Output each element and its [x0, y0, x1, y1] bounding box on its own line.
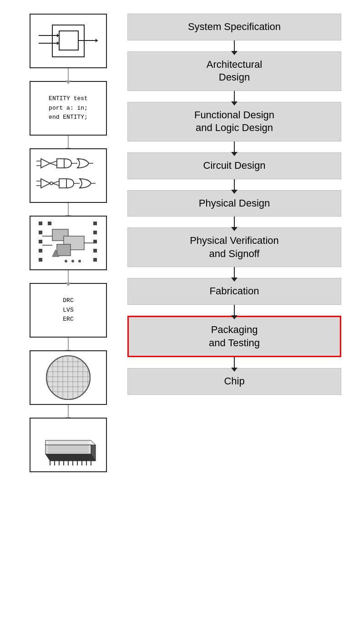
- illustration-layout: [30, 216, 107, 270]
- svg-point-43: [65, 260, 67, 263]
- drc-text: DRCLVSERC: [63, 296, 73, 324]
- stage-label: Physical Design: [199, 197, 270, 209]
- right-arrow-6: [234, 267, 235, 278]
- illustration-chip-package: [30, 418, 107, 472]
- svg-rect-38: [57, 244, 71, 256]
- illustration-logic-gates: [30, 148, 107, 203]
- svg-marker-7: [96, 39, 98, 42]
- main-container: ENTITY testport a: in;end ENTITY;: [23, 14, 341, 472]
- stage-fabrication: Fabrication: [127, 278, 341, 305]
- right-arrow-1: [234, 40, 235, 51]
- svg-line-13: [50, 163, 57, 166]
- stage-label: Physical Verificationand Signoff: [190, 235, 279, 259]
- arrow-4: [68, 270, 69, 283]
- svg-line-21: [53, 183, 59, 186]
- arrow-2: [68, 136, 69, 148]
- svg-rect-1: [59, 31, 78, 50]
- stage-circuit-design: Circuit Design: [127, 152, 341, 179]
- right-arrow-4: [234, 179, 235, 190]
- svg-rect-27: [39, 231, 42, 234]
- stage-chip: Chip: [127, 368, 341, 395]
- svg-rect-25: [39, 222, 42, 225]
- right-arrow-5: [234, 217, 235, 227]
- svg-line-20: [53, 181, 59, 183]
- arrow-6: [68, 405, 69, 418]
- right-arrow-7: [234, 305, 235, 316]
- svg-rect-33: [93, 240, 97, 243]
- svg-marker-8: [41, 159, 50, 168]
- stage-label: ArchitecturalDesign: [207, 59, 262, 83]
- right-arrow-8: [234, 357, 235, 368]
- right-column: System Specification ArchitecturalDesign…: [127, 14, 341, 395]
- illustration-entity-code: ENTITY testport a: in;end ENTITY;: [30, 81, 107, 136]
- stage-label: Functional Designand Logic Design: [194, 109, 274, 134]
- stage-system-specification: System Specification: [127, 14, 341, 40]
- right-arrow-3: [234, 141, 235, 152]
- svg-point-45: [78, 260, 81, 263]
- stage-label: System Specification: [188, 21, 281, 32]
- arrow-3: [68, 203, 69, 216]
- svg-marker-15: [41, 179, 50, 188]
- illustration-block-diagram: [30, 14, 107, 68]
- left-column: ENTITY testport a: in;end ENTITY;: [23, 14, 114, 472]
- stage-label: Chip: [224, 375, 244, 387]
- stage-physical-verification: Physical Verificationand Signoff: [127, 227, 341, 267]
- stage-label: Packagingand Testing: [209, 324, 260, 348]
- svg-marker-65: [46, 454, 96, 461]
- right-arrow-2: [234, 91, 235, 102]
- svg-rect-28: [39, 240, 42, 243]
- svg-rect-9: [57, 159, 64, 168]
- arrow-1: [68, 68, 69, 81]
- svg-rect-30: [39, 258, 42, 262]
- svg-rect-35: [93, 258, 97, 262]
- stage-physical-design: Physical Design: [127, 190, 341, 217]
- stage-packaging-testing: Packagingand Testing: [127, 316, 341, 357]
- illustration-drc-lvs-erc: DRCLVSERC: [30, 283, 107, 338]
- svg-rect-31: [93, 222, 97, 225]
- svg-marker-67: [46, 440, 96, 445]
- stage-architectural-design: ArchitecturalDesign: [127, 51, 341, 91]
- entity-code-text: ENTITY testport a: in;end ENTITY;: [49, 94, 88, 122]
- stage-label: Fabrication: [210, 285, 259, 297]
- svg-point-44: [71, 260, 74, 263]
- svg-line-12: [50, 161, 57, 163]
- svg-rect-32: [93, 231, 97, 234]
- arrow-5: [68, 338, 69, 350]
- stage-functional-design: Functional Designand Logic Design: [127, 102, 341, 141]
- stage-label: Circuit Design: [203, 160, 266, 171]
- svg-rect-17: [59, 179, 66, 188]
- illustration-wafer: [30, 350, 107, 405]
- svg-rect-26: [48, 222, 51, 225]
- svg-rect-29: [39, 249, 42, 252]
- svg-rect-34: [93, 249, 97, 252]
